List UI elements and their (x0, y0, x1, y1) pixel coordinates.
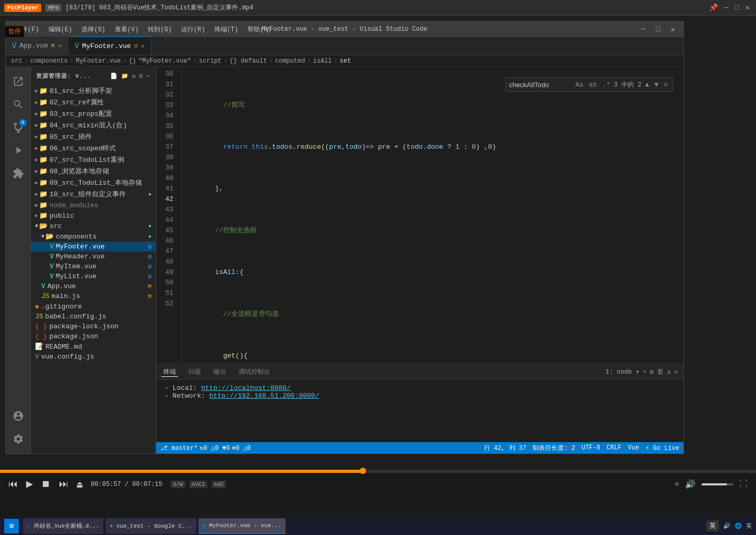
prev-match-btn[interactable]: ▲ (644, 81, 651, 89)
bc-script[interactable]: script (199, 57, 221, 65)
whole-word-btn[interactable]: ab (587, 81, 599, 89)
tree-item-components[interactable]: ▼ 📂 components ● (31, 231, 156, 242)
tree-item-01[interactable]: ▶ 📁 01_src_分析脚手架 (31, 85, 156, 97)
activity-source-control[interactable]: 4 (8, 117, 29, 138)
taskbar-item-word[interactable]: W 尚硅谷_Vue全家桶.d... (23, 518, 103, 534)
taskbar-item-vscode[interactable]: ◆ MyFooter.vue - vue... (198, 518, 286, 534)
terminal-node-select[interactable]: 1: node ▾ (606, 368, 640, 376)
bc-src[interactable]: src (11, 57, 22, 65)
match-case-btn[interactable]: Aa (574, 81, 585, 89)
activity-account[interactable] (8, 406, 29, 426)
terminal-tab-output[interactable]: 输出 (211, 367, 228, 376)
menu-run[interactable]: 运行(R) (177, 24, 209, 35)
terminal-close-btn[interactable]: ✕ (674, 368, 678, 376)
close-button[interactable]: ✕ (743, 3, 752, 12)
tab-myfooter[interactable]: V MyFooter.vue U ✕ (68, 37, 151, 55)
vscode-minimize[interactable]: ─ (638, 25, 648, 34)
player-volume-icon[interactable]: 🔊 (685, 479, 695, 490)
status-line-ending[interactable]: CRLF (607, 444, 622, 451)
tree-item-public[interactable]: ▶ 📁 public (31, 210, 156, 221)
menu-goto[interactable]: 转到(G) (144, 24, 176, 35)
progress-thumb[interactable] (360, 468, 366, 474)
tree-item-readme[interactable]: 📝 README.md (31, 341, 156, 352)
terminal-plus-btn[interactable]: + (643, 368, 647, 376)
maximize-button[interactable]: □ (733, 4, 741, 12)
collapse-icon[interactable]: ⊟ (139, 73, 144, 79)
terminal-split-btn[interactable]: ⊞ (650, 368, 654, 376)
start-button[interactable]: ⊞ (4, 519, 19, 533)
tree-item-babel[interactable]: JS babel.config.js (31, 312, 156, 322)
tree-item-09[interactable]: ▶ 📁 09_src_TodoList_本地存储 (31, 177, 156, 188)
vscode-maximize[interactable]: □ (653, 25, 663, 34)
terminal-trash-btn[interactable]: 🗑 (657, 368, 664, 376)
status-sync[interactable]: ↻0 △0 ▼0 (200, 444, 230, 452)
activity-explorer[interactable] (8, 71, 29, 92)
taskbar-volume-icon[interactable]: 🔊 (723, 522, 730, 529)
tree-item-08[interactable]: ▶ 📁 08_浏览器本地存储 (31, 165, 156, 177)
menu-select[interactable]: 选择(S) (77, 24, 110, 35)
eject-btn[interactable]: ⏏ (77, 479, 82, 490)
code-editor[interactable]: 30 31 32 33 34 35 36 37 38 39 40 41 42 4… (156, 67, 683, 364)
taskbar-item-chrome[interactable]: ● vue_test - Google C... (105, 518, 196, 534)
code-content[interactable]: //简写 return this.todos.reduce((pre,todo)… (182, 67, 683, 364)
tree-item-06[interactable]: ▶ 📁 06_src_scoped样式 (31, 142, 156, 154)
play-btn[interactable]: ▶ (26, 477, 33, 491)
tree-item-10[interactable]: ▶ 📁 10_src_组件自定义事件 ● (31, 188, 156, 200)
menu-terminal[interactable]: 终端(T) (210, 24, 243, 35)
status-encoding[interactable]: UTF-8 (582, 444, 600, 451)
tree-item-appvue[interactable]: V App.vue M (31, 281, 156, 291)
terminal-tab-problems[interactable]: 问题 (186, 367, 203, 376)
bc-components[interactable]: components (30, 57, 68, 65)
potplayer-logo[interactable]: PotPlayer (4, 4, 41, 12)
bc-file[interactable]: MyFooter.vue (76, 57, 121, 65)
new-folder-icon[interactable]: 📁 (121, 73, 129, 79)
tree-item-mylist[interactable]: V MyList.vue U (31, 271, 156, 281)
status-branch[interactable]: ⎇ master* (160, 444, 198, 452)
tree-item-package-lock[interactable]: { } package-lock.json (31, 322, 156, 331)
tree-item-04[interactable]: ▶ 📁 04_src_mixin混入(合) (31, 120, 156, 131)
terminal-tab-terminal[interactable]: 终端 (161, 367, 178, 377)
stop-btn[interactable]: ⏹ (41, 479, 51, 490)
tree-item-myfooter[interactable]: V MyFooter.vue U (31, 242, 156, 252)
tree-item-07[interactable]: ▶ 📁 07_src_TodoList案例 (31, 154, 156, 165)
tree-item-myheader[interactable]: V MyHeader.vue U (31, 252, 156, 261)
tab-appvue[interactable]: V App.vue M ✕ (6, 37, 68, 55)
tree-item-node-modules[interactable]: ▶ 📁 node_modules (31, 200, 156, 210)
tab-appvue-close[interactable]: ✕ (58, 42, 62, 50)
bc-set[interactable]: set (340, 57, 351, 65)
bc-default[interactable]: {} default (230, 57, 267, 65)
tab-myfooter-close[interactable]: ✕ (141, 42, 145, 50)
player-fullscreen-icon[interactable]: ⛶ (739, 479, 748, 489)
activity-search[interactable] (8, 94, 29, 115)
terminal-local-url[interactable]: http://localhost:8080/ (201, 384, 291, 392)
tree-item-gitignore[interactable]: ◆ .gitignore (31, 301, 156, 312)
next-match-btn[interactable]: ▼ (653, 81, 660, 89)
tree-item-05[interactable]: ▶ 📁 05_src_插件 (31, 131, 156, 142)
status-language[interactable]: Vue (628, 444, 640, 451)
player-settings-icon[interactable]: ⚙ (675, 480, 679, 488)
terminal-network-url[interactable]: http://192.168.51.200:8080/ (209, 392, 320, 400)
activity-settings[interactable] (8, 429, 29, 449)
activity-extensions[interactable] (8, 163, 29, 184)
status-live-share[interactable]: ⚡ Go Live (645, 444, 679, 452)
volume-slider[interactable] (702, 483, 733, 485)
tree-item-package[interactable]: { } package.json (31, 331, 156, 341)
refresh-icon[interactable]: ↻ (132, 73, 136, 79)
menu-view[interactable]: 查看(V) (111, 24, 143, 35)
next-btn[interactable]: ⏭ (59, 479, 68, 490)
menu-edit[interactable]: 编辑(E) (44, 24, 77, 35)
vscode-close[interactable]: ✕ (668, 25, 678, 34)
tree-item-mainjs[interactable]: JS main.js M (31, 291, 156, 301)
status-tab-size[interactable]: 制表符长度: 2 (533, 444, 575, 453)
tree-item-03[interactable]: ▶ 📁 03_src_props配置 (31, 108, 156, 120)
ime-indicator[interactable]: 英 (706, 520, 719, 531)
tree-item-vue-config[interactable]: V vue.config.js (31, 352, 156, 362)
activity-run[interactable] (8, 140, 29, 161)
progress-bar[interactable] (0, 470, 756, 473)
bc-computed[interactable]: computed (275, 57, 305, 65)
terminal-tab-debug[interactable]: 调试控制台 (237, 367, 272, 376)
status-errors[interactable]: ⊗0 △0 (232, 444, 251, 452)
terminal-chevron-up-btn[interactable]: ∧ (667, 368, 671, 376)
bc-filename2[interactable]: "MyFooter.vue" (138, 57, 191, 65)
prev-btn[interactable]: ⏮ (8, 479, 18, 490)
